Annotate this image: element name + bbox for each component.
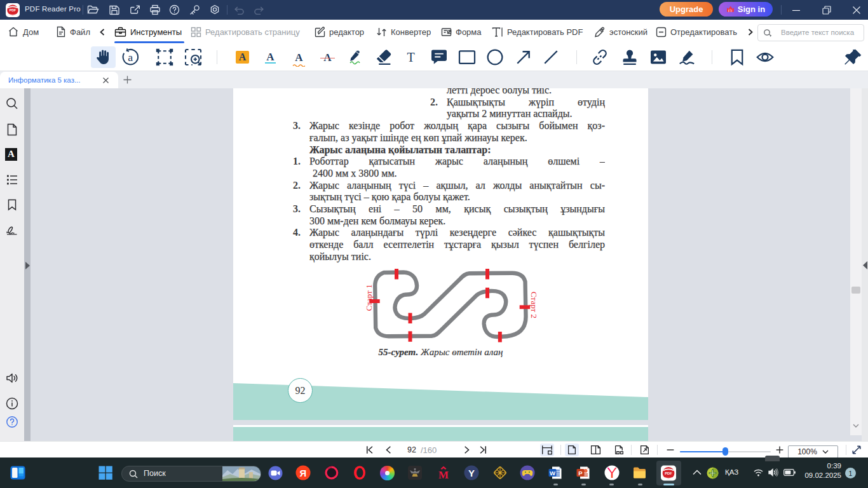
svg-text:W: W xyxy=(550,470,555,477)
svg-text:Я: Я xyxy=(300,468,307,478)
svg-text:a: a xyxy=(128,51,133,64)
svg-text:Старт 1: Старт 1 xyxy=(364,285,374,311)
svg-text:PDF: PDF xyxy=(665,471,672,475)
svg-text:Старт 2: Старт 2 xyxy=(529,292,539,318)
svg-text:М: М xyxy=(438,469,449,481)
svg-text:P: P xyxy=(578,470,583,477)
svg-text:PDF: PDF xyxy=(10,8,16,12)
svg-text:Y: Y xyxy=(468,468,475,478)
